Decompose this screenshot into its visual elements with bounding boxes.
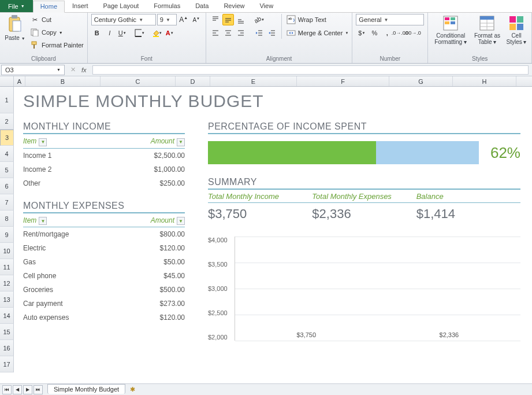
table-row[interactable]: Income 2$1,000.00 [23,163,185,176]
sheet-nav-last[interactable]: ⏭ [34,385,43,394]
sheet-nav-first[interactable]: ⏮ [2,385,12,394]
align-bottom-button[interactable] [235,14,247,25]
summary-expenses-value: $2,336 [312,206,416,222]
row-header[interactable]: 5 [0,162,14,178]
col-header[interactable]: H [453,76,516,86]
bold-button[interactable]: B [91,27,103,39]
table-row[interactable]: Auto expenses$120.00 [23,311,185,324]
align-center-button[interactable] [222,27,234,39]
copy-button[interactable]: Copy ▼ [30,27,84,38]
orientation-button[interactable]: ab▼ [254,14,265,25]
align-middle-button[interactable] [222,14,234,25]
row-header[interactable]: 10 [0,243,14,259]
align-top-button[interactable] [210,14,221,25]
sheet-nav-prev[interactable]: ◀ [13,385,22,394]
table-row[interactable]: Car payment$273.00 [23,297,185,311]
sheet-nav-next[interactable]: ▶ [23,385,32,394]
row-header[interactable]: 15 [0,324,14,340]
new-sheet-button[interactable]: ✱ [130,386,135,393]
row-header[interactable]: 11 [0,259,14,275]
row-header[interactable]: 14 [0,308,14,324]
increase-font-button[interactable]: A▲ [178,14,189,25]
svg-rect-1 [12,15,17,19]
decrease-indent-button[interactable] [254,27,265,39]
sheet-tab[interactable]: Simple Monthly Budget [47,384,125,394]
align-left-icon [211,29,220,37]
format-painter-button[interactable]: Format Painter [30,39,84,51]
tab-review[interactable]: Review [216,0,252,12]
select-all-corner[interactable] [0,76,14,86]
filter-button[interactable]: ▼ [177,217,185,225]
svg-text:ab: ab [288,17,292,20]
table-row[interactable]: Rent/mortgage$800.00 [23,227,185,241]
decrease-font-button[interactable]: A▼ [191,14,202,25]
row-header[interactable]: 12 [0,275,14,291]
italic-button[interactable]: I [104,27,116,39]
ribbon: Paste ▼ ✂Cut Copy ▼ Format Painter Clipb… [0,13,532,64]
fill-color-button[interactable]: ▼ [151,27,163,39]
row-header[interactable]: 1 [0,87,14,113]
percent-button[interactable]: % [369,27,380,39]
number-format-select[interactable]: General▼ [356,14,424,25]
cancel-icon[interactable]: ✕ [70,66,76,73]
row-header[interactable]: 8 [0,211,14,227]
table-row[interactable]: Electric$120.00 [23,241,185,255]
col-header[interactable]: A [14,76,25,86]
row-header[interactable]: 4 [0,146,14,162]
currency-button[interactable]: $▼ [356,27,367,39]
svg-rect-53 [509,24,516,30]
underline-button[interactable]: U▼ [117,27,128,39]
decrease-decimal-button[interactable]: .00→.0 [407,27,418,39]
fx-label[interactable]: fx [81,67,87,73]
formula-input[interactable] [92,65,529,75]
row-header[interactable]: 2 [0,113,14,130]
font-color-button[interactable]: A▼ [164,27,176,39]
row-header[interactable]: 13 [0,291,14,308]
col-header[interactable]: B [25,76,101,86]
col-header[interactable]: G [389,76,453,86]
border-button[interactable]: ▼ [134,27,146,39]
col-header[interactable]: C [101,76,176,86]
tab-insert[interactable]: Insert [65,0,96,12]
cut-button[interactable]: ✂Cut [30,14,84,25]
font-size-select[interactable]: 9▼ [157,14,177,25]
chevron-down-icon: ▼ [384,17,389,23]
row-header[interactable]: 16 [0,340,14,356]
merge-center-button[interactable]: Merge & Center ▼ [287,27,349,39]
table-row[interactable]: Gas$50.00 [23,255,185,269]
tab-home[interactable]: Home [33,1,65,13]
table-row[interactable]: Cell phone$45.00 [23,269,185,283]
row-header[interactable]: 6 [0,178,14,194]
wrap-text-button[interactable]: abWrap Text [287,14,349,25]
pct-value: 62% [490,144,520,162]
filter-button[interactable]: ▼ [39,217,47,225]
align-left-button[interactable] [210,27,221,39]
table-row[interactable]: Income 1$2,500.00 [23,149,185,163]
filter-button[interactable]: ▼ [39,138,47,146]
row-header[interactable]: 17 [0,356,14,372]
font-family-select[interactable]: Century Gothic▼ [91,14,156,25]
tab-data[interactable]: Data [188,0,216,12]
row-header[interactable]: 9 [0,227,14,243]
paste-button[interactable]: Paste ▼ [3,14,27,42]
conditional-formatting-button[interactable]: Conditional Formatting ▾ [431,14,470,46]
align-top-icon [211,16,220,24]
increase-indent-button[interactable] [266,27,278,39]
file-tab[interactable]: File▼ [0,0,33,12]
format-as-table-button[interactable]: Format as Table ▾ [473,14,501,46]
cell-styles-button[interactable]: Cell Styles ▾ [505,14,528,46]
tab-page-layout[interactable]: Page Layout [96,0,147,12]
tab-formulas[interactable]: Formulas [146,0,188,12]
table-row[interactable]: Groceries$500.00 [23,283,185,297]
col-header[interactable]: D [176,76,210,86]
align-right-button[interactable] [235,27,247,39]
filter-button[interactable]: ▼ [177,138,185,146]
row-header[interactable]: 7 [0,194,14,211]
bold-icon: B [95,29,99,36]
col-header[interactable]: E [210,76,297,86]
row-header[interactable]: 3 [0,130,14,146]
col-header[interactable]: F [297,76,389,86]
table-row[interactable]: Other$250.00 [23,176,185,190]
tab-view[interactable]: View [252,0,281,12]
name-box[interactable]: O3▼ [1,65,65,75]
